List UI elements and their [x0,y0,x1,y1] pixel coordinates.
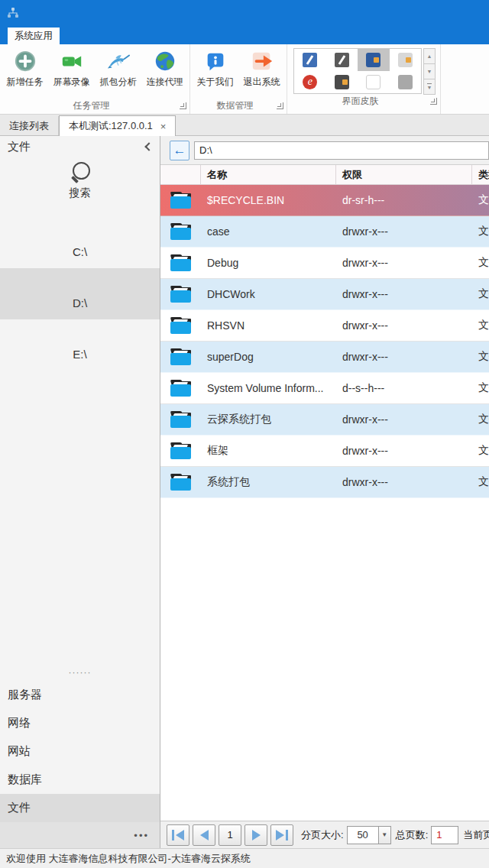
gallery-more-button[interactable]: ▼ [423,79,436,95]
table-row[interactable]: System Volume Inform... d--s--h--- 文件夹 [160,373,489,404]
skin-thumbnail-doc-blue[interactable] [294,49,326,71]
address-bar: ← D:\ [160,136,489,165]
table-row[interactable]: 云探系统打包 drwxr-x--- 文件夹 [160,404,489,436]
skin-thumbnail-e-red[interactable] [294,71,326,93]
table-row[interactable]: case drwxr-x--- 文件夹 [160,216,489,248]
proxy-label: 连接代理 [147,76,183,89]
file-type: 文件夹 [472,373,489,403]
page-size-select[interactable]: 50 [347,826,379,844]
sidebar-item-server[interactable]: 服务器 [0,681,160,709]
next-page-button[interactable] [244,824,267,846]
column-name[interactable]: 名称 [201,165,336,184]
file-type: 文件夹 [472,185,489,215]
sidebar: 文件 搜索 C:\ D:\ E:\ ······ 服务器 网络 网站 数据库 文… [0,136,160,848]
first-page-button[interactable] [167,824,189,846]
file-permission: drwxr-x--- [336,216,472,247]
sidebar-item-database[interactable]: 数据库 [0,766,160,794]
skin-thumbnail-office-blue[interactable] [358,49,390,71]
new-task-button[interactable]: 新增任务 [2,46,48,89]
exit-button[interactable]: 退出系统 [238,46,285,89]
nav-more-button[interactable]: ••• [0,822,160,848]
file-permission: dr-sr-h--- [336,185,472,215]
tab-local-test[interactable]: 本机测试:127.0.0.1 × [59,115,176,136]
exit-system-icon [250,49,274,73]
table-row[interactable]: RHSVN drwxr-x--- 文件夹 [160,310,489,342]
drive-item-e[interactable]: E:\ [0,319,160,371]
ribbon-group-task: 新增任务 屏幕录像 [0,44,190,114]
table-row[interactable]: superDog drwxr-x--- 文件夹 [160,342,489,373]
table-row[interactable]: $RECYCLE.BIN dr-sr-h--- 文件夹 [160,185,489,216]
sidebar-item-website[interactable]: 网站 [0,737,160,766]
file-permission: d--s--h--- [336,373,472,403]
screen-record-button[interactable]: 屏幕录像 [48,46,95,89]
nav-label: 网站 [8,744,31,759]
gallery-scroll-down-button[interactable]: ▼ [423,63,436,79]
dialog-launcher-icon[interactable] [430,98,437,105]
proxy-globe-icon [153,49,177,73]
file-name: $RECYCLE.BIN [201,185,336,215]
proxy-button[interactable]: 连接代理 [141,46,188,89]
file-permission: drwxr-x--- [336,310,472,341]
packet-capture-icon [106,49,131,73]
search-button[interactable]: 搜索 [0,162,160,200]
group-label-data: 数据管理 [193,99,277,112]
skin-thumbnail-office-dark[interactable] [326,71,358,93]
folder-icon [170,192,192,209]
table-row[interactable]: DHCWork drwxr-x--- 文件夹 [160,279,489,310]
page-size-label: 分页大小: [301,828,344,842]
collapse-chevron-icon[interactable] [144,142,153,151]
drive-item-d[interactable]: D:\ [0,268,160,319]
column-icon[interactable] [160,165,201,184]
column-type[interactable]: 类型 [472,165,489,184]
dialog-launcher-icon[interactable] [277,102,283,109]
total-pages-value: 1 [431,826,458,844]
page-size-dropdown-icon[interactable]: ▼ [379,826,391,844]
folder-icon [170,348,192,365]
tab-connection-list[interactable]: 连接列表 [0,116,59,135]
skin-thumbnail-doc-dark[interactable] [326,49,358,71]
screen-record-label: 屏幕录像 [53,76,90,89]
about-button[interactable]: 关于我们 [192,46,238,89]
file-name: RHSVN [201,310,336,341]
skin-thumbnail-office-light[interactable] [390,49,422,71]
add-task-icon [13,49,37,73]
gallery-scroll-up-button[interactable]: ▲ [423,48,436,64]
drive-label: D:\ [73,296,87,309]
drive-label: E:\ [73,348,86,361]
prev-page-button[interactable] [193,824,215,846]
table-row[interactable]: 系统打包 drwxr-x--- 文件夹 [160,467,489,498]
nav-label: 网络 [8,716,31,730]
nav-label: 文件 [8,801,31,815]
page-number-box[interactable]: 1 [219,824,241,846]
file-name: superDog [201,342,336,372]
ribbon-tab-system[interactable]: 系统应用 [8,28,60,44]
close-tab-icon[interactable]: × [160,121,167,132]
skin-thumbnail-office-gray[interactable] [390,71,422,93]
table-row[interactable]: Debug drwxr-x--- 文件夹 [160,248,489,279]
sidebar-item-files[interactable]: 文件 [0,794,160,822]
table-row[interactable]: 框架 drwxr-x--- 文件夹 [160,436,489,467]
last-page-button[interactable] [270,824,293,846]
about-label: 关于我们 [197,76,234,89]
document-tab-strip: 连接列表 本机测试:127.0.0.1 × [0,115,489,136]
nav-label: 数据库 [8,772,42,787]
column-permission[interactable]: 权限 [336,165,472,184]
dialog-launcher-icon[interactable] [180,102,186,109]
group-label-task: 任务管理 [3,99,180,112]
file-permission: drwxr-x--- [336,279,472,309]
drive-list: C:\ D:\ E:\ [0,217,160,371]
ribbon: 新增任务 屏幕录像 [0,44,489,115]
sidebar-item-network[interactable]: 网络 [0,709,160,737]
file-type: 文件夹 [472,216,489,247]
packet-capture-label: 抓包分析 [100,76,137,89]
drive-item-c[interactable]: C:\ [0,217,160,268]
path-input[interactable]: D:\ [194,141,489,160]
back-button[interactable]: ← [170,141,189,160]
folder-icon [170,442,192,459]
packet-capture-button[interactable]: 抓包分析 [95,46,141,89]
file-name: System Volume Inform... [201,373,336,403]
folder-icon [170,286,192,303]
group-label-skin: 界面皮肤 [290,95,430,108]
folder-icon [170,474,192,491]
skin-thumbnail-office-outline[interactable] [358,71,390,93]
